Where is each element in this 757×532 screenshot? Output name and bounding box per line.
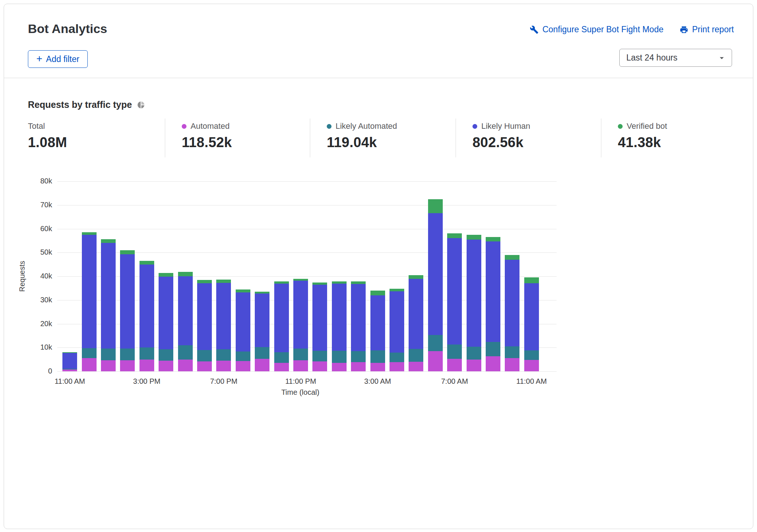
gridline [57,229,557,229]
print-report-link[interactable]: Print report [680,25,734,34]
time-range-value: Last 24 hours [626,53,677,63]
bar-segment-likely-automated [447,345,462,359]
bar-segment-automated [120,360,135,371]
x-tick-label: 7:00 AM [429,377,480,386]
legend-item-verified-bot[interactable]: Verified bot 41.38k [601,119,735,157]
stat-verified-bot-label: Verified bot [627,121,667,131]
bar-segment-verified-bot [159,273,173,277]
y-tick-label: 40k [29,272,52,280]
bar-segment-likely-automated [236,351,250,361]
y-tick-label: 10k [29,343,52,351]
bar-segment-likely-human [505,260,519,346]
bar-10:00-pm-11 [274,281,289,371]
bar-3:00-am-16 [370,291,385,371]
x-tick-label: 11:00 PM [275,377,326,386]
bar-segment-verified-bot [236,289,250,292]
bar-segment-likely-automated [120,349,135,360]
y-axis-title: Requests [18,261,26,292]
bar-3:00-pm-4 [140,261,154,371]
time-range-select[interactable]: Last 24 hours [619,49,732,67]
bar-segment-verified-bot [140,261,154,265]
bar-8:00-am-21 [467,235,481,371]
bar-segment-likely-human [390,291,404,352]
bar-segment-likely-automated [428,335,443,351]
bar-segment-automated [467,360,481,371]
stat-automated-value: 118.52k [182,135,310,150]
print-link-label: Print report [692,25,734,34]
bar-segment-automated [255,359,269,371]
bar-6:00-am-19 [428,199,443,371]
stat-likely-automated-label: Likely Automated [336,121,397,131]
bar-12:00-pm-1 [82,232,97,371]
verified-bot-dot-icon [618,124,623,129]
bar-segment-likely-automated [390,353,404,362]
bar-segment-likely-human [82,235,97,348]
y-tick-label: 50k [29,248,52,256]
bar-segment-likely-automated [312,351,327,361]
bar-10:00-am-23 [505,255,519,371]
bar-11:00-am-0 [62,352,77,371]
bar-9:00-pm-10 [255,292,269,371]
bar-segment-likely-automated [293,349,308,360]
bar-7:00-pm-8 [216,280,231,371]
bar-segment-automated [62,369,77,371]
legend-item-automated[interactable]: Automated 118.52k [165,119,310,157]
bar-segment-automated [409,362,423,371]
bar-segment-verified-bot [101,239,116,243]
bar-segment-likely-automated [140,347,154,359]
bar-segment-likely-automated [332,351,347,362]
bar-segment-likely-human [216,283,231,349]
stat-total-value: 1.08M [28,135,165,150]
stat-likely-human-value: 802.56k [472,135,601,150]
bar-segment-likely-automated [274,352,289,363]
bar-segment-likely-human [370,295,385,350]
pie-chart-icon [137,101,145,109]
bar-segment-likely-human [62,353,77,369]
bar-segment-likely-automated [467,347,481,360]
gridline [57,371,557,372]
bar-segment-likely-automated [505,346,519,358]
bar-segment-automated [524,360,539,371]
legend-item-likely-human[interactable]: Likely Human 802.56k [456,119,601,157]
bar-segment-likely-human [120,254,135,349]
gridline [57,181,557,182]
add-filter-button[interactable]: + Add filter [28,50,88,68]
bar-segment-automated [101,360,116,371]
bar-segment-verified-bot [447,233,462,238]
bar-segment-likely-automated [159,349,173,360]
configure-bot-fight-mode-link[interactable]: Configure Super Bot Fight Mode [530,25,663,34]
bar-7:00-am-20 [447,233,462,371]
x-tick-label: 11:00 AM [506,377,557,386]
x-tick-label: 3:00 AM [352,377,403,386]
bar-segment-likely-automated [524,350,539,360]
bar-segment-automated [447,359,462,371]
bar-segment-automated [428,351,443,371]
y-tick-label: 80k [29,177,52,185]
y-tick-label: 0 [29,367,52,375]
bar-segment-automated [159,361,173,371]
likely-automated-dot-icon [327,124,332,129]
traffic-type-legend: Total 1.08M Automated 118.52k Likely Aut… [28,119,735,157]
bar-segment-likely-human [312,285,327,351]
page-title: Bot Analytics [28,22,107,36]
bot-analytics-card: Bot Analytics Configure Super Bot Fight … [4,4,753,529]
bar-segment-likely-human [293,281,308,349]
bar-segment-verified-bot [409,275,423,279]
bar-11:00-am-24 [524,277,539,371]
bar-9:00-am-22 [486,237,500,371]
bar-12:00-am-13 [312,283,327,371]
stat-total: Total 1.08M [28,119,165,157]
bar-segment-likely-human [486,241,500,342]
bar-5:00-am-18 [409,275,423,371]
configure-link-label: Configure Super Bot Fight Mode [542,25,663,34]
legend-item-likely-automated[interactable]: Likely Automated 119.04k [310,119,456,157]
bar-segment-automated [197,361,212,371]
bar-segment-likely-automated [409,349,423,362]
bar-segment-automated [236,361,250,371]
bar-segment-likely-human [409,279,423,349]
bar-segment-likely-automated [216,349,231,360]
bar-segment-likely-human [159,277,173,350]
bar-segment-likely-human [197,283,212,350]
y-tick-label: 20k [29,320,52,328]
automated-dot-icon [182,124,186,129]
